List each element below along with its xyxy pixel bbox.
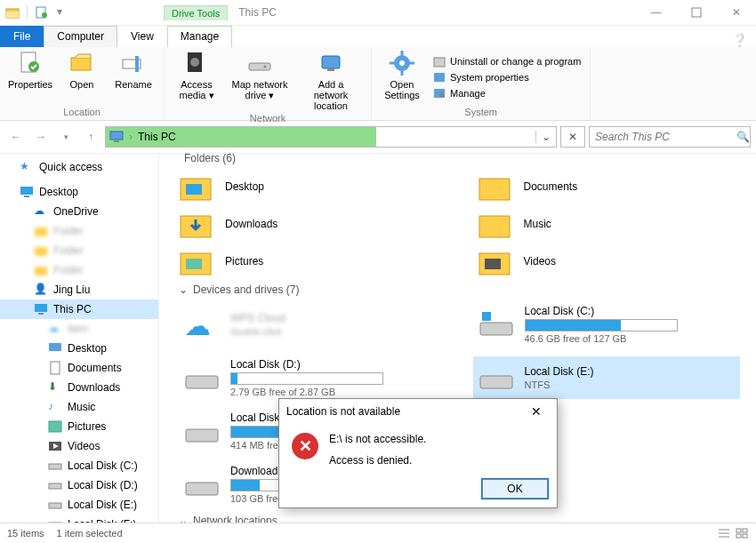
svg-rect-71 <box>743 534 747 538</box>
svg-rect-23 <box>434 73 445 82</box>
search-icon[interactable]: 🔍 <box>731 131 755 143</box>
ribbon-open-settings[interactable]: Open Settings <box>381 49 423 105</box>
dialog-line1: E:\ is not accessible. <box>329 433 426 445</box>
drive-e[interactable]: Local Disk (E:)NTFS <box>473 356 741 399</box>
help-icon[interactable]: ❔ <box>732 33 747 47</box>
drive-c[interactable]: Local Disk (C:)46.6 GB free of 127 GB <box>473 303 741 346</box>
close-button[interactable]: ✕ <box>716 0 756 25</box>
nav-recent-button[interactable]: ▾ <box>55 126 76 148</box>
nav-back-button[interactable]: ← <box>5 126 27 148</box>
status-selection: 1 item selected <box>57 528 123 539</box>
dialog-ok-button[interactable]: OK <box>482 479 548 499</box>
svg-rect-15 <box>327 68 334 71</box>
ribbon-open[interactable]: Open <box>60 49 103 105</box>
nav-blur-2[interactable]: Folder <box>0 241 158 260</box>
drive-d[interactable]: Local Disk (D:)2.79 GB free of 2.87 GB <box>179 356 446 399</box>
section-drives-header[interactable]: ⌄Devices and drives (7) <box>179 283 740 296</box>
maximize-button[interactable] <box>676 0 716 25</box>
svg-rect-70 <box>736 534 741 538</box>
svg-rect-55 <box>480 323 512 335</box>
dialog-close-button[interactable]: ✕ <box>523 404 550 419</box>
nav-pc-music[interactable]: ♪Music <box>0 397 158 417</box>
tab-file[interactable]: File <box>0 26 44 47</box>
svg-rect-22 <box>434 58 445 67</box>
drive-cloud[interactable]: ☁WPS Clouddouble-click <box>179 303 446 346</box>
nav-pc-pictures[interactable]: Pictures <box>0 417 158 436</box>
ribbon-manage[interactable]: Manage <box>432 86 581 100</box>
nav-pc-desktop[interactable]: Desktop <box>0 339 158 358</box>
nav-blur-1[interactable]: Folder <box>0 221 158 241</box>
folder-videos[interactable]: Videos <box>478 246 741 276</box>
ribbon-uninstall[interactable]: Uninstall or change a program <box>432 54 581 68</box>
address-bar-row: ← → ▾ ↑ › This PC ⌄ ✕ 🔍 <box>0 121 756 154</box>
nav-jingliu[interactable]: 👤Jing Liu <box>0 280 158 299</box>
qat-dropdown-icon[interactable]: ▾ <box>52 5 67 20</box>
nav-desktop-top[interactable]: Desktop <box>0 182 158 202</box>
folder-desktop[interactable]: Desktop <box>179 172 442 202</box>
search-input[interactable] <box>590 130 731 144</box>
navigation-pane: ★Quick access Desktop ☁OneDrive Folder F… <box>0 154 159 523</box>
tab-manage[interactable]: Manage <box>167 26 232 47</box>
nav-pc-documents[interactable]: Documents <box>0 358 158 378</box>
folder-downloads[interactable]: Downloads <box>179 209 442 239</box>
section-network-header[interactable]: ⌄Network locations <box>179 515 740 523</box>
ribbon-access-media[interactable]: Access media ▾ <box>173 49 220 111</box>
minimize-button[interactable]: — <box>636 0 676 25</box>
tab-view[interactable]: View <box>117 26 167 47</box>
svg-rect-47 <box>186 184 202 195</box>
tab-computer[interactable]: Computer <box>44 26 117 47</box>
nav-disk-d[interactable]: Local Disk (D:) <box>0 475 158 495</box>
view-details-button[interactable] <box>717 527 731 539</box>
svg-rect-50 <box>479 216 510 237</box>
folder-documents[interactable]: Documents <box>478 172 741 202</box>
ribbon-map-drive[interactable]: Map network drive ▾ <box>229 49 291 111</box>
svg-rect-31 <box>35 247 47 256</box>
context-tab-drivetools[interactable]: Drive Tools <box>164 5 228 20</box>
nav-pc-downloads[interactable]: ⬇Downloads <box>0 378 158 397</box>
view-icons-button[interactable] <box>735 527 749 539</box>
svg-rect-57 <box>186 376 218 388</box>
stop-refresh-button[interactable]: ✕ <box>560 126 585 148</box>
svg-rect-37 <box>49 421 61 432</box>
address-dropdown[interactable]: ⌄ <box>535 131 556 143</box>
svg-rect-56 <box>482 312 491 321</box>
nav-disk-e[interactable]: Local Disk (E:) <box>0 495 158 515</box>
ribbon: Properties Open Rename Location Access m… <box>0 47 756 121</box>
nav-blur-3[interactable]: Folder <box>0 260 158 280</box>
nav-onedrive[interactable]: ☁OneDrive <box>0 202 158 221</box>
window-title: This PC <box>238 6 277 19</box>
dialog-title: Location is not available <box>286 405 400 418</box>
svg-rect-4 <box>692 8 701 17</box>
svg-rect-35 <box>49 343 61 351</box>
ribbon-properties[interactable]: Properties <box>9 49 52 105</box>
ribbon-add-location[interactable]: Add a network location <box>300 49 362 111</box>
folder-pictures[interactable]: Pictures <box>179 246 442 276</box>
search-box[interactable]: 🔍 <box>589 126 751 148</box>
svg-point-17 <box>399 60 405 66</box>
svg-rect-36 <box>51 362 60 374</box>
address-bar[interactable]: › This PC ⌄ <box>105 126 557 148</box>
nav-disk-c[interactable]: Local Disk (C:) <box>0 456 158 475</box>
nav-thispc[interactable]: This PC <box>0 299 158 319</box>
nav-pc-videos[interactable]: Videos <box>0 436 158 456</box>
nav-blur-4[interactable]: ☁Item <box>0 319 158 339</box>
folder-music[interactable]: Music <box>478 209 741 239</box>
title-bar: ▾ Drive Tools This PC — ✕ <box>0 0 756 26</box>
nav-up-button[interactable]: ↑ <box>80 126 101 148</box>
nav-disk-f[interactable]: Local Disk (F:) <box>0 515 158 523</box>
ribbon-tabs: File Computer View Manage ❔ <box>0 26 756 47</box>
status-bar: 15 items 1 item selected <box>0 523 756 543</box>
section-folders-header[interactable]: Folders (6) <box>179 154 740 164</box>
qat-properties-icon[interactable] <box>35 5 49 20</box>
svg-rect-14 <box>322 56 340 68</box>
svg-rect-29 <box>24 196 29 197</box>
status-item-count: 15 items <box>7 528 44 539</box>
svg-point-3 <box>42 12 47 18</box>
nav-quick-access[interactable]: ★Quick access <box>0 157 158 177</box>
nav-fwd-button[interactable]: → <box>30 126 52 148</box>
ribbon-rename[interactable]: Rename <box>112 49 155 105</box>
ribbon-sysprops[interactable]: System properties <box>432 70 581 84</box>
svg-rect-7 <box>71 58 91 70</box>
svg-point-13 <box>264 66 267 68</box>
svg-rect-1 <box>6 12 19 18</box>
